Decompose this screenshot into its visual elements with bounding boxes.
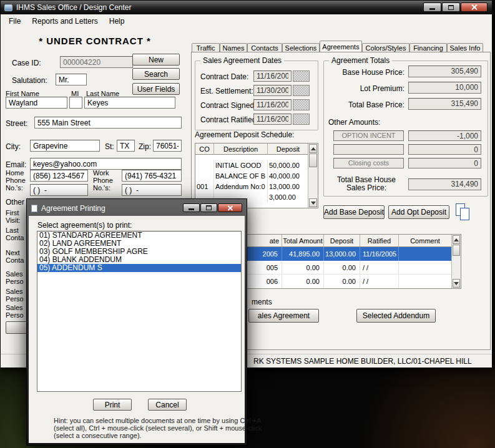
deposit-row[interactable]: 001 Addendum No:0 13,000.00 xyxy=(195,181,309,192)
city-label: City: xyxy=(6,142,21,151)
dialog-maximize-button[interactable] xyxy=(200,203,217,212)
menu-reports-and-letters[interactable]: Reports and Letters xyxy=(26,15,103,27)
print-button[interactable]: Print xyxy=(93,399,132,411)
cell-deposit: 0.00 xyxy=(324,261,360,275)
home-phone-field[interactable] xyxy=(30,170,88,182)
print-documents-label-fragment: ments xyxy=(252,298,272,306)
contract-date-label: Contract Date: xyxy=(200,72,248,81)
contract-date-picker-button[interactable] xyxy=(293,71,310,82)
sales-person-label-1b: Perso xyxy=(6,278,24,285)
other-amount-name-2[interactable] xyxy=(333,144,404,155)
menu-file[interactable]: File xyxy=(3,15,26,27)
work-phone2-field[interactable] xyxy=(122,184,182,196)
menu-help[interactable]: Help xyxy=(104,15,130,27)
home-phone-label-1: Home xyxy=(6,169,24,177)
total-base-price-value: 315,490 xyxy=(408,98,481,110)
scroll-down-button[interactable] xyxy=(309,198,317,207)
total-base-house-label-2: Sales Price: xyxy=(328,183,404,192)
est-settlement-picker-button[interactable] xyxy=(293,85,310,96)
sales-agreement-dates-title: Sales Agreement Dates xyxy=(200,56,284,65)
zip-field[interactable] xyxy=(153,140,182,152)
other-amount-name-3[interactable]: Closing costs xyxy=(333,158,404,168)
tab-traffic[interactable]: Traffic xyxy=(192,43,220,52)
deposit-cell-amount: 13,000.00 xyxy=(268,181,309,192)
dialog-minimize-button[interactable] xyxy=(183,203,200,212)
work-phone-label-2: Phone xyxy=(93,177,113,184)
scroll-up-button[interactable] xyxy=(453,235,460,244)
tab-colors-styles[interactable]: Colors/Styles xyxy=(362,43,409,52)
contract-date-field[interactable] xyxy=(253,71,292,82)
tab-selections[interactable]: Selections xyxy=(282,43,320,52)
salutation-field[interactable] xyxy=(56,74,87,85)
tab-financing[interactable]: Financing xyxy=(409,43,447,52)
deposit-row[interactable]: INITIAL GOOD 50,000.00 xyxy=(195,160,309,170)
home-phone-label-3: No.'s: xyxy=(6,184,23,192)
list-item-selected[interactable]: 05) ADDENDUM S xyxy=(37,264,241,272)
last-contact-label-1: Last xyxy=(6,226,19,234)
total-base-price-label: Total Base Price: xyxy=(328,100,404,109)
street-field[interactable] xyxy=(34,117,182,129)
mi-field[interactable] xyxy=(69,97,82,109)
first-name-field[interactable] xyxy=(6,97,67,109)
minimize-button[interactable] xyxy=(423,2,441,12)
cancel-button[interactable]: Cancel xyxy=(148,399,187,411)
lot-premium-value: 10,000 xyxy=(408,82,481,94)
cell-total: 0.00 xyxy=(282,275,324,288)
sales-person-label-3b: Perso xyxy=(6,311,24,319)
close-button[interactable] xyxy=(461,2,488,12)
scroll-thumb[interactable] xyxy=(453,245,460,256)
cell-deposit: 13,000.00 xyxy=(324,247,360,261)
salutation-label: Salutation: xyxy=(12,76,47,85)
est-settlement-label: Est. Settlement: xyxy=(200,87,253,95)
scroll-down-button[interactable] xyxy=(453,279,460,288)
dialog-close-button[interactable] xyxy=(218,203,242,212)
agreement-listbox[interactable]: 01) STANDARD AGREEMENT 02) LAND AGREEMEN… xyxy=(37,231,242,392)
city-field[interactable] xyxy=(30,140,100,152)
base-house-price-value: 305,490 xyxy=(408,66,481,77)
scroll-thumb[interactable] xyxy=(309,153,317,167)
desktop: { "window": { "title": "IHMS Sales Offic… xyxy=(0,0,495,448)
dialog-prompt: Select agreement(s) to print: xyxy=(37,221,132,230)
work-phone-field[interactable] xyxy=(122,170,182,182)
new-button[interactable]: New xyxy=(132,54,180,66)
home-phone2-field[interactable] xyxy=(30,184,88,196)
maximize-button[interactable] xyxy=(442,2,460,12)
contract-signed-field[interactable] xyxy=(253,99,292,110)
cell-ratified: 11/16/2005 xyxy=(360,247,399,261)
contract-ratified-picker-button[interactable] xyxy=(293,114,310,125)
home-phone-label-2: Phone xyxy=(6,177,26,184)
agreements-scrollbar[interactable] xyxy=(451,235,461,288)
selected-addendum-button[interactable]: Selected Addendum xyxy=(356,309,436,323)
cell-comment xyxy=(399,275,452,288)
user-fields-button[interactable]: User Fields xyxy=(132,83,180,95)
add-base-deposit-button[interactable]: Add Base Deposit xyxy=(323,205,385,219)
agreements-col-ratified: Ratified xyxy=(360,235,399,247)
contract-ratified-field[interactable] xyxy=(253,114,292,125)
close-icon xyxy=(471,4,478,11)
state-field[interactable] xyxy=(117,140,135,152)
copy-documents-icon[interactable] xyxy=(456,203,471,221)
add-opt-deposit-button[interactable]: Add Opt Deposit xyxy=(388,205,449,219)
arrow-down-icon xyxy=(454,282,459,288)
last-name-field[interactable] xyxy=(84,97,175,109)
contract-signed-picker-button[interactable] xyxy=(293,99,310,110)
page-front-icon xyxy=(460,208,469,220)
first-visit-label-2: Visit: xyxy=(6,217,21,224)
other-amount-name-1[interactable]: OPTION INCENT xyxy=(333,130,404,141)
deposit-col-co: CO xyxy=(195,144,214,155)
case-id-field[interactable] xyxy=(60,56,133,68)
tab-sales-info[interactable]: Sales Info xyxy=(447,43,483,52)
arrow-down-icon xyxy=(311,202,316,207)
tab-names[interactable]: Names xyxy=(220,43,247,52)
est-settlement-field[interactable] xyxy=(253,85,292,96)
search-button[interactable]: Search xyxy=(132,68,180,80)
cell-total: 41,895.00 xyxy=(282,247,324,261)
deposit-row[interactable]: BALANCE OF B 40,000.00 xyxy=(195,170,309,181)
tab-agreements[interactable]: Agreements xyxy=(320,41,362,52)
email-field[interactable] xyxy=(30,158,182,170)
deposit-scrollbar[interactable] xyxy=(308,144,318,208)
scroll-up-button[interactable] xyxy=(309,144,317,153)
cell-total: 0.00 xyxy=(282,261,324,275)
selected-sales-agreement-button[interactable]: ales Agreement xyxy=(248,309,319,323)
tab-contacts[interactable]: Contacts xyxy=(247,43,282,52)
